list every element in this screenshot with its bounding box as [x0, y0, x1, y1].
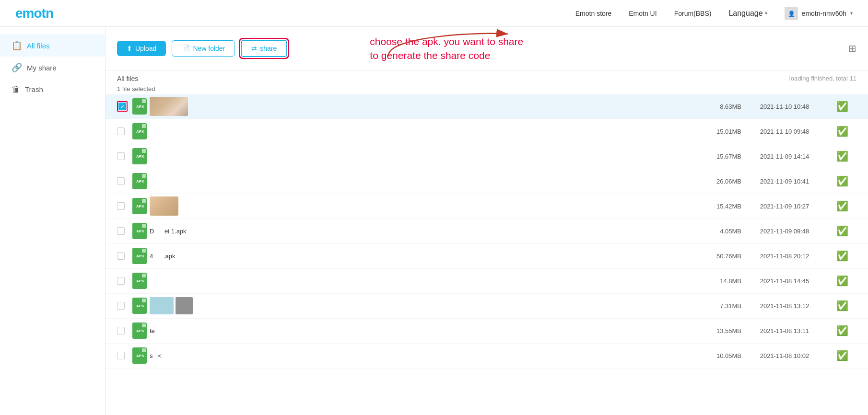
file-checkbox-1[interactable]: ✓ — [118, 103, 126, 110]
file-date: 2021-11-08 13:12 — [741, 302, 828, 310]
status-ok-icon: ✅ — [836, 200, 848, 212]
file-size: 50.76MB — [684, 253, 741, 260]
file-checkbox-2[interactable] — [117, 127, 125, 135]
hint-line2: to generate the share code — [370, 48, 523, 62]
upload-label: Upload — [135, 45, 156, 52]
file-status: ✅ — [828, 175, 856, 187]
file-name-col: 4 .apk — [150, 253, 684, 260]
file-size: 14.8MB — [684, 277, 741, 285]
file-checkbox-7[interactable] — [117, 252, 125, 260]
user-avatar: 👤 — [785, 7, 798, 20]
file-thumbnail — [150, 97, 188, 116]
all-files-icon: 📋 — [12, 40, 22, 51]
hint-block: choose the apk. you want to share to gen… — [370, 35, 523, 63]
file-checkbox-col — [117, 152, 132, 160]
file-list-title: All files — [117, 75, 138, 82]
new-folder-icon: 📄 — [182, 45, 190, 52]
sidebar-item-trash[interactable]: 🗑 Trash — [0, 79, 105, 100]
new-folder-button[interactable]: 📄 New folder — [172, 40, 235, 57]
apk-icon: APK — [132, 323, 147, 339]
file-list-header: All files loading finished, total 11 — [106, 71, 868, 84]
file-status: ✅ — [828, 300, 856, 311]
file-size: 15.67MB — [684, 153, 741, 160]
table-row: APK 4 .apk 50.76MB 2021-11-08 20:12 ✅ — [106, 244, 868, 269]
hint-line1: choose the apk. you want to share — [370, 35, 523, 48]
status-ok-icon: ✅ — [836, 325, 848, 336]
table-row: APK 15.01MB 2021-11-10 09:48 ✅ — [106, 119, 868, 144]
status-ok-icon: ✅ — [836, 101, 848, 112]
apk-icon: APK — [132, 347, 147, 364]
status-ok-icon: ✅ — [836, 350, 848, 361]
file-checkbox-8[interactable] — [117, 277, 125, 285]
file-size: 7.31MB — [684, 302, 741, 310]
file-checkbox-4[interactable] — [117, 177, 125, 185]
file-status: ✅ — [828, 150, 856, 162]
apk-icon: APK — [132, 198, 147, 214]
sidebar-label-trash: Trash — [25, 85, 43, 93]
file-status: ✅ — [828, 275, 856, 287]
logo-text: emotn — [15, 6, 53, 21]
user-menu[interactable]: 👤 emotn-nmv60h ▾ — [785, 7, 853, 20]
checkbox-red-border: ✓ — [117, 101, 128, 112]
file-icon-col: APK — [132, 173, 150, 189]
status-ok-icon: ✅ — [836, 275, 848, 287]
file-icon-col: APK — [132, 248, 150, 264]
file-status: ✅ — [828, 325, 856, 336]
logo: emotn — [15, 6, 53, 21]
table-row: APK 14.8MB 2021-11-08 14:45 ✅ — [106, 269, 868, 294]
file-checkbox-col — [117, 352, 132, 359]
my-share-icon: 🔗 — [12, 62, 22, 73]
nav-store[interactable]: Emotn store — [575, 10, 611, 17]
file-checkbox-10[interactable] — [117, 327, 125, 334]
share-icon: ⇄ — [251, 45, 257, 52]
file-size: 15.42MB — [684, 203, 741, 210]
status-ok-icon: ✅ — [836, 300, 848, 311]
file-checkbox-col — [117, 127, 132, 135]
file-checkbox-5[interactable] — [117, 202, 125, 210]
sidebar: 📋 All files 🔗 My share 🗑 Trash — [0, 27, 106, 415]
file-checkbox-11[interactable] — [117, 352, 125, 359]
file-checkbox-6[interactable] — [117, 227, 125, 235]
nav-forum[interactable]: Forum(BBS) — [674, 10, 712, 17]
selection-info: 1 file selected — [106, 84, 868, 94]
file-date: 2021-11-08 13:11 — [741, 327, 828, 334]
file-name-col — [150, 196, 684, 216]
file-date: 2021-11-08 20:12 — [741, 253, 828, 260]
file-checkbox-3[interactable] — [117, 152, 125, 160]
toolbar-area: ⬆ Upload 📄 New folder ⇄ share — [106, 27, 868, 71]
apk-icon: APK — [132, 123, 147, 139]
file-date: 2021-11-10 09:48 — [741, 128, 828, 135]
file-name: D ei 1.apk — [150, 228, 187, 235]
file-checkbox-col — [117, 227, 132, 235]
sidebar-item-my-share[interactable]: 🔗 My share — [0, 57, 105, 79]
file-status: ✅ — [828, 250, 856, 262]
file-date: 2021-11-08 10:02 — [741, 352, 828, 359]
file-icon-col: APK — [132, 273, 150, 289]
table-row: APK 15.67MB 2021-11-09 14:14 ✅ — [106, 144, 868, 169]
file-date: 2021-11-09 09:48 — [741, 228, 828, 235]
file-checkbox-col: ✓ — [117, 101, 132, 112]
sidebar-item-all-files[interactable]: 📋 All files — [0, 35, 105, 57]
file-name-col: D ei 1.apk — [150, 228, 684, 235]
apk-icon: APK — [132, 98, 147, 115]
status-ok-icon: ✅ — [836, 150, 848, 162]
apk-icon: APK — [132, 248, 147, 264]
file-status: ✅ — [828, 200, 856, 212]
share-button[interactable]: ⇄ share — [241, 40, 287, 57]
layout: 📋 All files 🔗 My share 🗑 Trash ⬆ Upload … — [0, 27, 868, 415]
upload-button[interactable]: ⬆ Upload — [117, 41, 166, 56]
grid-view-icon[interactable]: ⊞ — [848, 43, 856, 54]
file-date: 2021-11-09 10:41 — [741, 178, 828, 185]
file-size: 8.63MB — [684, 103, 741, 110]
nav-language[interactable]: Language ▾ — [728, 9, 767, 18]
sidebar-label-all-files: All files — [27, 42, 50, 50]
file-checkbox-9[interactable] — [117, 302, 125, 310]
file-date: 2021-11-10 10:48 — [741, 103, 828, 110]
language-chevron-icon: ▾ — [765, 11, 767, 16]
file-date: 2021-11-09 14:14 — [741, 153, 828, 160]
file-checkbox-col — [117, 302, 132, 310]
apk-icon: APK — [132, 173, 147, 189]
file-name: 4 .apk — [150, 253, 175, 260]
nav-ui[interactable]: Emotn UI — [629, 10, 657, 17]
file-icon-col: APK — [132, 223, 150, 239]
